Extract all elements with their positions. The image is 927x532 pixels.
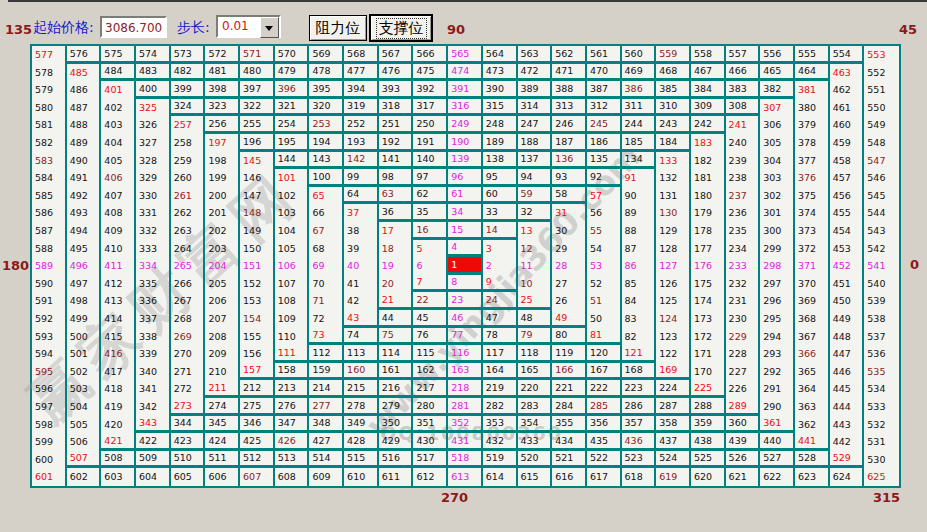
grid-cell: 15 (448, 222, 483, 240)
grid-cell: 334 (136, 257, 171, 275)
grid-cell: 193 (344, 134, 379, 152)
grid-cell: 223 (622, 380, 657, 398)
grid-cell: 171 (691, 345, 726, 363)
grid-cell: 518 (448, 451, 483, 469)
grid-cell: 369 (795, 292, 830, 310)
grid-cell: 332 (136, 222, 171, 240)
grid-cell: 299 (760, 240, 795, 258)
grid-cell: 367 (795, 328, 830, 346)
grid-cell: 133 (656, 152, 691, 170)
grid-cell: 28 (552, 257, 587, 275)
grid-cell: 205 (205, 275, 240, 293)
grid-cell: 114 (379, 345, 414, 363)
grid-cell: 71 (309, 292, 344, 310)
grid-cell: 33 (483, 204, 518, 222)
grid-cell: 234 (726, 240, 761, 258)
grid-cell: 517 (413, 451, 448, 469)
grid-cell: 321 (275, 99, 310, 117)
grid-cell: 62 (413, 187, 448, 205)
grid-cell: 446 (830, 363, 865, 381)
grid-cell: 156 (240, 345, 275, 363)
grid-cell: 546 (864, 169, 899, 187)
grid-cell: 24 (483, 292, 518, 310)
grid-cell: 182 (691, 152, 726, 170)
grid-cell: 29 (552, 240, 587, 258)
grid-cell: 622 (760, 468, 795, 486)
grid-cell: 137 (518, 152, 553, 170)
grid-cell: 560 (622, 46, 657, 64)
grid-cell: 197 (205, 134, 240, 152)
grid-cell: 439 (726, 433, 761, 451)
grid-cell: 280 (413, 398, 448, 416)
grid-cell: 248 (483, 116, 518, 134)
grid-cell: 308 (726, 99, 761, 117)
grid-cell: 462 (830, 81, 865, 99)
grid-cell: 510 (171, 451, 206, 469)
step-label: 步长: (177, 19, 210, 37)
grid-cell: 558 (691, 46, 726, 64)
grid-cell: 65 (309, 187, 344, 205)
step-dropdown-button[interactable] (260, 17, 279, 38)
grid-cell: 211 (205, 380, 240, 398)
grid-cell: 416 (101, 345, 136, 363)
grid-cell: 448 (830, 328, 865, 346)
grid-cell: 617 (587, 468, 622, 486)
grid-cell: 253 (309, 116, 344, 134)
grid-cell: 37 (344, 204, 379, 222)
grid-cell: 328 (136, 152, 171, 170)
grid-cell: 489 (67, 134, 102, 152)
grid-cell: 92 (587, 169, 622, 187)
grid-cell: 142 (344, 152, 379, 170)
grid-cell: 60 (483, 187, 518, 205)
grid-cell: 456 (830, 187, 865, 205)
grid-cell: 121 (622, 345, 657, 363)
grid-cell: 105 (275, 240, 310, 258)
grid-cell: 146 (240, 169, 275, 187)
grid-cell: 523 (622, 451, 657, 469)
grid-cell: 307 (760, 99, 795, 117)
grid-cell: 479 (275, 64, 310, 82)
grid-cell: 34 (448, 204, 483, 222)
grid-cell: 7 (413, 275, 448, 293)
grid-cell: 153 (240, 292, 275, 310)
grid-cell: 612 (413, 468, 448, 486)
grid-cell: 594 (32, 345, 67, 363)
grid-cell: 358 (656, 416, 691, 434)
grid-cell: 614 (483, 468, 518, 486)
grid-cell: 386 (622, 81, 657, 99)
grid-cell: 526 (726, 451, 761, 469)
grid-cell: 601 (32, 468, 67, 486)
grid-cell: 288 (691, 398, 726, 416)
grid-cell: 361 (760, 416, 795, 434)
step-dropdown[interactable]: 0.01 (216, 15, 281, 38)
grid-cell: 485 (67, 64, 102, 82)
grid-cell: 578 (32, 64, 67, 82)
grid-cell: 415 (101, 328, 136, 346)
grid-cell: 418 (101, 380, 136, 398)
grid-cell: 480 (240, 64, 275, 82)
grid-cell: 126 (656, 275, 691, 293)
grid-cell: 569 (309, 46, 344, 64)
grid-cell: 337 (136, 310, 171, 328)
grid-cell: 417 (101, 363, 136, 381)
grid-cell: 507 (67, 451, 102, 469)
grid-cell: 571 (240, 46, 275, 64)
grid-cell: 494 (67, 222, 102, 240)
support-button[interactable]: 支撑位 (370, 15, 432, 41)
grid-cell: 207 (205, 310, 240, 328)
grid-cell: 191 (413, 134, 448, 152)
grid-cell: 48 (518, 310, 553, 328)
grid-cell: 419 (101, 398, 136, 416)
start-price-input[interactable] (100, 16, 167, 38)
grid-cell: 97 (413, 169, 448, 187)
resistance-button[interactable]: 阻力位 (309, 15, 367, 41)
grid-cell: 600 (32, 451, 67, 469)
grid-cell: 379 (795, 116, 830, 134)
grid-cell: 11 (518, 257, 553, 275)
grid-cell: 277 (309, 398, 344, 416)
grid-cell: 577 (32, 46, 67, 64)
grid-cell: 54 (587, 240, 622, 258)
grid-cell: 292 (760, 363, 795, 381)
grid-cell: 57 (587, 187, 622, 205)
grid-cell: 229 (726, 328, 761, 346)
